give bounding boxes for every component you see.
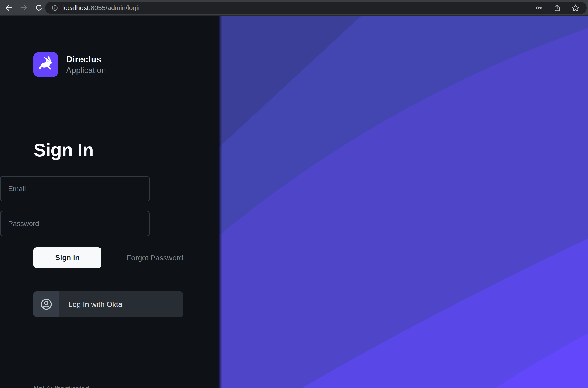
okta-login-button[interactable]: Log In with Okta [33,291,183,317]
passwords-key-icon[interactable] [535,4,543,12]
browser-window: localhost:8055/admin/login [0,0,588,388]
divider [33,280,183,280]
login-panel: Directus Application Sign In Sign In For… [0,16,218,388]
omnibox-right-icons [535,4,581,12]
action-row: Sign In Forgot Password [33,247,183,268]
sign-in-button[interactable]: Sign In [33,247,101,268]
gradient-bands-graphic [218,16,588,388]
brand-name: Directus [66,54,106,64]
nav-button-group [0,3,44,13]
url-path: :8055/admin/login [89,4,142,11]
url-host: localhost [62,4,89,11]
password-field[interactable] [0,211,150,236]
back-icon [5,3,13,12]
site-info-icon[interactable] [51,4,58,11]
forgot-password-link[interactable]: Forgot Password [127,247,183,268]
address-bar[interactable]: localhost:8055/admin/login [45,2,587,14]
browser-toolbar: localhost:8055/admin/login [0,0,588,16]
leaping-rabbit-icon [36,55,55,74]
account-circle-icon [40,298,53,311]
brand-text: Directus Application [66,54,106,75]
auth-status: Not Authenticated [33,385,183,388]
back-button[interactable] [4,3,14,13]
reload-icon [35,3,43,12]
directus-logo [33,52,58,77]
bookmark-star-icon[interactable] [571,4,580,12]
artwork-panel [218,16,588,388]
share-icon[interactable] [553,4,561,12]
forward-button[interactable] [19,3,29,13]
page-content: Directus Application Sign In Sign In For… [0,16,588,388]
okta-icon-cell [33,291,59,317]
email-field[interactable] [0,176,150,201]
reload-button[interactable] [34,3,44,13]
brand-subtitle: Application [66,66,106,75]
forward-icon [20,3,28,12]
page-title: Sign In [33,139,183,161]
panel-edge-shadow [218,16,222,388]
okta-label: Log In with Okta [68,291,122,317]
brand-block: Directus Application [33,52,183,77]
url-text[interactable]: localhost:8055/admin/login [62,4,142,12]
